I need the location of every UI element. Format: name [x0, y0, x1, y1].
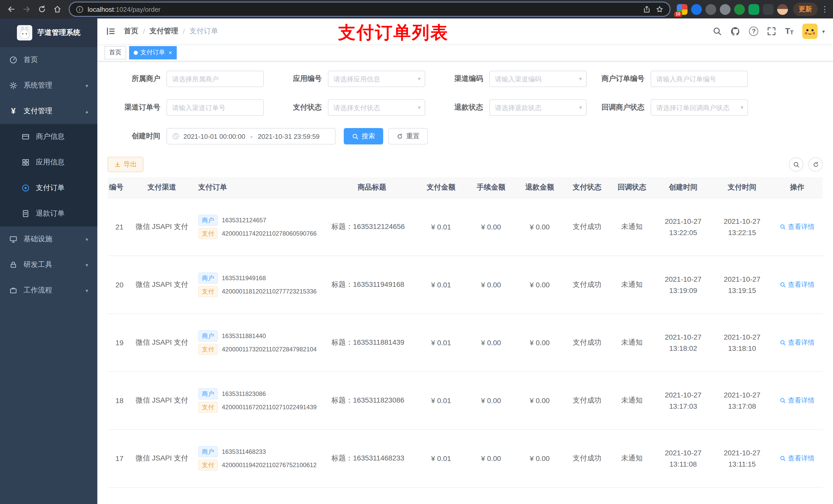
cell-amount: [415, 487, 467, 504]
app-select-input[interactable]: [328, 71, 425, 87]
reset-button[interactable]: 重置: [388, 128, 428, 144]
cell-create-time: [654, 487, 713, 504]
channel-order-input[interactable]: [166, 99, 264, 116]
sidebar: 芋道管理系统 首页 系统管理 ▾ ¥ 支付管理 ▴: [0, 19, 97, 504]
sidebar-item-infra[interactable]: 基础设施 ▾: [0, 226, 97, 252]
sidebar-item-pay-order[interactable]: 支付订单: [0, 175, 97, 201]
sidebar-item-refund-order[interactable]: 退款订单: [0, 201, 97, 226]
sidebar-item-merchant-info[interactable]: 商户信息: [0, 124, 97, 149]
user-avatar[interactable]: [802, 24, 818, 39]
share-icon[interactable]: [643, 5, 651, 13]
forward-button[interactable]: [20, 2, 34, 16]
sidebar-item-home[interactable]: 首页: [0, 47, 97, 73]
sidebar-menu: 首页 系统管理 ▾ ¥ 支付管理 ▴ 商户信息: [0, 47, 97, 303]
update-button[interactable]: 更新: [793, 3, 818, 16]
sidebar-item-payment[interactable]: ¥ 支付管理 ▴: [0, 98, 97, 124]
merchant-select-input[interactable]: [166, 71, 264, 87]
sidebar-item-devtools[interactable]: 研发工具 ▾: [0, 252, 97, 278]
sidebar-item-app-info[interactable]: 应用信息: [0, 149, 97, 175]
view-detail-label: 查看详情: [788, 280, 814, 289]
pay-tag: 支付: [198, 402, 218, 413]
browser-profile-avatar[interactable]: [777, 4, 788, 15]
extensions-icon[interactable]: 10: [677, 4, 688, 15]
reset-button-label: 重置: [406, 131, 420, 141]
cell-pay-time: 2021-10-27 13:17:08: [713, 371, 771, 430]
filter-label: 渠道编码: [430, 74, 489, 83]
breadcrumb-payment[interactable]: 支付管理: [149, 27, 178, 36]
monitor-icon: [9, 235, 18, 243]
fontsize-icon-button[interactable]: TT: [785, 27, 793, 35]
tab-close-icon[interactable]: ×: [169, 49, 172, 55]
pay-time: 13:17:08: [716, 401, 768, 412]
pay-no: 4200001167202110271022491439: [222, 404, 317, 411]
view-detail-link[interactable]: 查看详情: [780, 338, 814, 347]
merchant-select[interactable]: [166, 71, 264, 87]
date-range-picker[interactable]: 2021-10-01 00:00:00 - 2021-10-31 23:59:5…: [166, 128, 336, 144]
merchant-order-input[interactable]: [651, 71, 748, 87]
pay-status-select[interactable]: ▾: [328, 99, 425, 116]
tab-label: 支付订单: [140, 48, 165, 57]
extension-circle2-icon[interactable]: [720, 4, 731, 15]
extension-chat-icon[interactable]: [748, 4, 759, 15]
channel-order-field[interactable]: [166, 99, 264, 116]
view-detail-link[interactable]: 查看详情: [780, 280, 814, 289]
cell-pay-time: [713, 487, 771, 504]
filter-label: 退款状态: [430, 103, 489, 112]
view-detail-label: 查看详情: [788, 454, 814, 463]
app-grid-icon: [22, 158, 30, 166]
notify-status-select[interactable]: ▾: [651, 99, 748, 116]
url-bar[interactable]: localhost:1024/pay/order: [70, 3, 670, 16]
refund-status-select[interactable]: ▾: [489, 99, 587, 116]
tab-home[interactable]: 首页: [104, 46, 126, 59]
back-button[interactable]: [4, 2, 19, 16]
sidebar-item-workflow[interactable]: 工作流程 ▾: [0, 278, 97, 303]
channel-code-select[interactable]: ▾: [489, 71, 587, 87]
col-fee: 手续金额: [467, 177, 515, 198]
extension-drop-icon[interactable]: [691, 4, 702, 15]
search-button[interactable]: 搜索: [344, 128, 383, 144]
cell-amount: ¥ 0.01: [415, 256, 467, 314]
extension-circle-icon[interactable]: [706, 4, 716, 15]
refund-status-input[interactable]: [489, 99, 587, 116]
browser-menu-button[interactable]: ⋮: [821, 5, 829, 14]
sidebar-logo[interactable]: 芋道管理系统: [0, 19, 97, 47]
extension-green-icon[interactable]: [734, 4, 745, 15]
sidebar-toggle-button[interactable]: [105, 26, 116, 37]
user-caret-icon[interactable]: ▾: [822, 28, 825, 34]
cell-fee: ¥ 0.00: [467, 371, 515, 430]
pay-status-input[interactable]: [328, 99, 425, 116]
view-detail-link[interactable]: 查看详情: [780, 222, 814, 232]
fullscreen-icon-button[interactable]: [767, 27, 777, 36]
view-detail-link[interactable]: 查看详情: [780, 454, 814, 463]
breadcrumb-home[interactable]: 首页: [124, 27, 138, 36]
search-icon-button[interactable]: [713, 27, 722, 36]
toggle-search-button[interactable]: [789, 157, 803, 172]
chevron-down-icon: ▾: [86, 236, 88, 242]
notify-status-input[interactable]: [651, 99, 748, 116]
merchant-order-field[interactable]: [651, 71, 748, 87]
help-icon-button[interactable]: ?: [749, 27, 759, 36]
tab-pay-order[interactable]: 支付订单 ×: [129, 46, 177, 59]
channel-code-input[interactable]: [489, 71, 587, 87]
sidebar-item-label: 支付管理: [24, 106, 52, 116]
github-icon-button[interactable]: [731, 26, 740, 36]
bookmark-star-icon[interactable]: [656, 5, 663, 13]
create-time: 13:22:05: [657, 227, 710, 238]
home-icon: [53, 5, 62, 13]
view-detail-link[interactable]: 查看详情: [780, 396, 814, 405]
extension-badge: 10: [674, 11, 682, 17]
cell-channel: 微信 JSAPI 支付: [128, 314, 195, 371]
app-select[interactable]: ▾: [328, 71, 425, 87]
sidebar-item-system[interactable]: 系统管理 ▾: [0, 73, 97, 98]
extension-pin-icon[interactable]: [763, 4, 774, 15]
sidebar-item-label: 退款订单: [36, 209, 65, 218]
url-path: :1024/pay/order: [114, 5, 161, 13]
refresh-button[interactable]: [35, 2, 49, 16]
refresh-table-button[interactable]: [808, 157, 823, 172]
info-icon[interactable]: [76, 5, 84, 13]
cell-pay-order: 商户 1635312124657 支付 42000011742021102780…: [195, 198, 328, 256]
export-button[interactable]: 导出: [108, 157, 143, 172]
home-button[interactable]: [50, 2, 65, 16]
breadcrumb-current: 支付订单: [190, 27, 218, 36]
col-pay-time: 支付时间: [713, 177, 771, 198]
